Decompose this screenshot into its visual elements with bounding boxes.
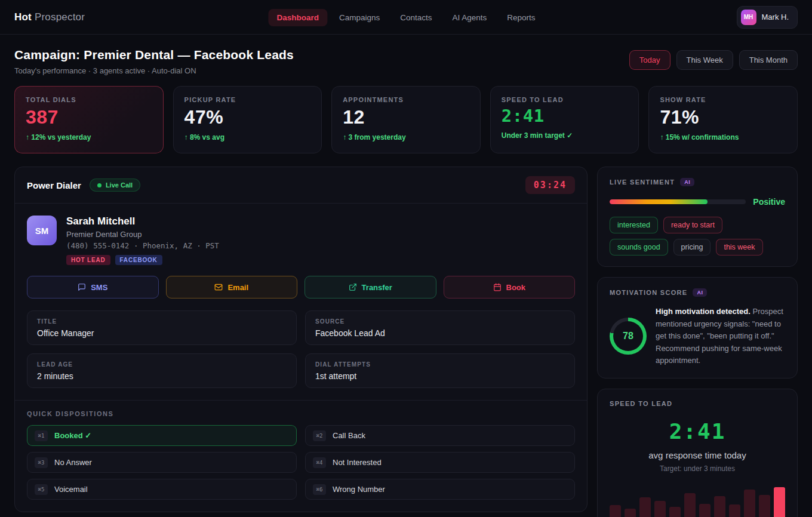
contact-card: SM Sarah Mitchell Premier Dental Group (… [15, 204, 587, 275]
field-title: TITLE Office Manager [27, 310, 297, 345]
score-value: 78 [623, 331, 633, 341]
sentiment-fill [610, 199, 708, 204]
kpi-value: 71% [660, 107, 786, 128]
shortcut-key-badge: ⌘1 [35, 430, 48, 441]
kpi-row: TOTAL DIALS 387 ↑ 12% vs yesterday PICKU… [0, 86, 812, 153]
response-time-bar [610, 505, 621, 517]
speed-value: 2:41 [610, 419, 785, 444]
response-time-bar [744, 490, 755, 517]
field-dial-attempts: DIAL ATTEMPTS 1st attempt [305, 353, 575, 388]
filter-today[interactable]: Today [629, 50, 670, 70]
kpi-delta: ↑ 12% vs yesterday [26, 133, 152, 141]
dispositions-grid: ⌘1 Booked ✓ ⌘2 Call Back ⌘3 No Answer ⌘4… [27, 425, 575, 500]
nav-tab-ai-agents[interactable]: AI Agents [444, 9, 496, 26]
motivation-lead: High motivation detected. [656, 307, 751, 316]
kpi-label: APPOINTMENTS [343, 96, 469, 103]
disposition-no-answer[interactable]: ⌘3 No Answer [27, 452, 297, 473]
field-label: SOURCE [315, 318, 565, 325]
response-time-bar [669, 507, 681, 517]
disposition-label: Call Back [333, 431, 365, 440]
disposition-booked[interactable]: ⌘1 Booked ✓ [27, 425, 297, 446]
chat-bubble-icon [78, 283, 86, 291]
nav-tab-reports[interactable]: Reports [499, 9, 543, 26]
response-time-bar [654, 501, 666, 517]
disposition-label: Voicemail [54, 485, 88, 494]
response-time-bar [639, 497, 651, 517]
transfer-label: Transfer [362, 283, 392, 292]
live-sentiment-panel: LIVE SENTIMENT AI Positive interested re… [597, 167, 798, 267]
calendar-icon [493, 283, 502, 291]
disposition-label: No Answer [54, 458, 92, 467]
kpi-value: 47% [184, 107, 311, 128]
motivation-summary: High motivation detected. Prospect menti… [656, 306, 785, 367]
contact-company: Premier Dental Group [66, 230, 219, 239]
live-call-badge: Live Call [90, 179, 140, 192]
facebook-tag: FACEBOOK [115, 255, 162, 265]
book-label: Book [506, 283, 526, 292]
shortcut-key-badge: ⌘2 [313, 430, 326, 441]
nav-tab-dashboard[interactable]: Dashboard [268, 9, 327, 26]
contact-name: Sarah Mitchell [66, 216, 219, 227]
keyword-pill: pricing [673, 239, 711, 256]
page-title: Campaign: Premier Dental — Facebook Lead… [14, 48, 294, 62]
kpi-label: SPEED TO LEAD [502, 96, 628, 103]
sentiment-meter: Positive [610, 197, 785, 207]
contact-actions: SMS Email Transfer Book [15, 275, 587, 301]
field-label: LEAD AGE [37, 361, 287, 368]
filter-this-week[interactable]: This Week [676, 50, 733, 70]
contact-tags: HOT LEAD FACEBOOK [66, 255, 219, 265]
contact-phone: (480) 555-0142 · Phoenix, AZ · PST [66, 241, 219, 250]
sentiment-heading: LIVE SENTIMENT [610, 179, 675, 186]
live-dot-icon [97, 183, 102, 187]
ai-badge: AI [680, 178, 694, 186]
email-label: Email [227, 283, 248, 292]
sentiment-keywords: interested ready to start sounds good pr… [610, 217, 785, 256]
disposition-call-back[interactable]: ⌘2 Call Back [305, 425, 575, 446]
keyword-pill: this week [716, 239, 762, 256]
response-time-bar-chart [610, 486, 785, 517]
email-button[interactable]: Email [166, 276, 298, 298]
external-arrow-icon [349, 283, 357, 291]
quick-dispositions: QUICK DISPOSITIONS ⌘1 Booked ✓ ⌘2 Call B… [15, 400, 587, 512]
disposition-not-interested[interactable]: ⌘4 Not Interested [305, 452, 575, 473]
shortcut-key-badge: ⌘3 [35, 457, 48, 468]
disposition-voicemail[interactable]: ⌘5 Voicemail [27, 479, 297, 500]
hot-lead-tag: HOT LEAD [66, 255, 110, 265]
dispositions-heading: QUICK DISPOSITIONS [27, 410, 575, 417]
sentiment-track [610, 199, 746, 204]
response-time-bar [714, 496, 725, 517]
avatar: MH [741, 10, 756, 25]
nav-tabs: Dashboard Campaigns Contacts AI Agents R… [268, 0, 543, 35]
contact-avatar: SM [27, 216, 57, 245]
dialer-title: Power Dialer [27, 180, 81, 190]
disposition-wrong-number[interactable]: ⌘6 Wrong Number [305, 479, 575, 500]
motivation-heading: MOTIVATION SCORE [610, 289, 687, 296]
kpi-label: SHOW RATE [660, 96, 786, 103]
lead-fields: TITLE Office Manager SOURCE Facebook Lea… [15, 301, 587, 388]
dialer-header: Power Dialer Live Call 03:24 [15, 167, 587, 204]
field-lead-age: LEAD AGE 2 minutes [27, 353, 297, 388]
transfer-button[interactable]: Transfer [304, 276, 436, 298]
brand-bold: Hot [14, 11, 32, 23]
page-header: Campaign: Premier Dental — Facebook Lead… [0, 35, 812, 86]
user-name: Mark H. [762, 13, 789, 21]
book-button[interactable]: Book [444, 276, 576, 298]
kpi-value: 12 [343, 107, 469, 128]
response-time-bar [699, 504, 710, 517]
filter-this-month[interactable]: This Month [739, 50, 798, 70]
field-value: 2 minutes [37, 371, 287, 381]
response-time-bar [759, 495, 770, 517]
user-menu[interactable]: MH Mark H. [737, 6, 798, 29]
field-value: 1st attempt [315, 371, 565, 381]
disposition-label: Booked ✓ [54, 431, 91, 440]
keyword-pill: sounds good [610, 239, 668, 256]
call-timer: 03:24 [525, 176, 575, 194]
nav-tab-contacts[interactable]: Contacts [392, 9, 440, 26]
disposition-label: Not Interested [333, 458, 382, 467]
nav-tab-campaigns[interactable]: Campaigns [331, 9, 388, 26]
sms-button[interactable]: SMS [27, 276, 159, 298]
sentiment-value: Positive [753, 197, 785, 207]
field-value: Facebook Lead Ad [315, 328, 565, 338]
main-content: Power Dialer Live Call 03:24 SM Sarah Mi… [0, 153, 812, 517]
kpi-pickup-rate: PICKUP RATE 47% ↑ 8% vs avg [173, 86, 322, 153]
